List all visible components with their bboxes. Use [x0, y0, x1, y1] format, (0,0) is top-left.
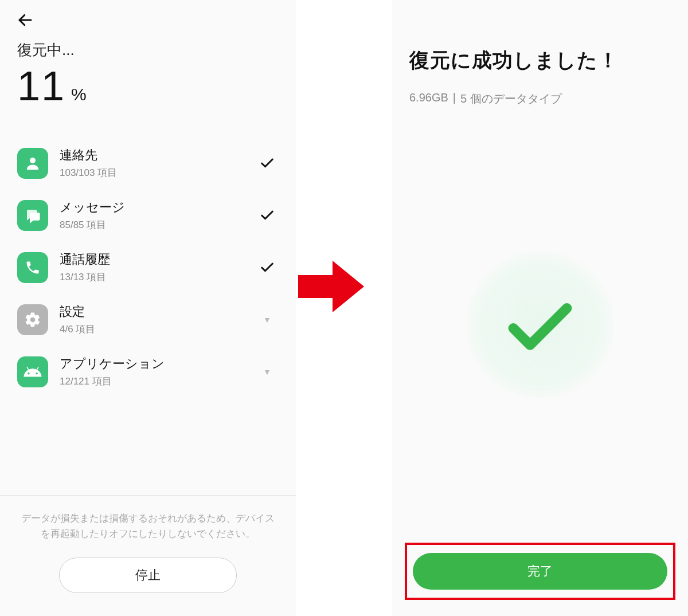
check-icon — [256, 207, 279, 223]
back-arrow-icon — [17, 11, 34, 29]
data-type-count: 5 個のデータタイプ — [460, 91, 562, 107]
svg-point-1 — [30, 158, 36, 163]
restore-item-list: 連絡先 103/103 項目 メッセージ 85/85 項目 — [0, 147, 296, 388]
item-subtitle: 13/13 項目 — [60, 270, 244, 284]
list-item-settings[interactable]: 設定 4/6 項目 ▼ — [17, 303, 279, 336]
check-icon — [256, 260, 279, 276]
item-title: 連絡先 — [60, 147, 244, 164]
item-subtitle: 12/121 項目 — [60, 375, 244, 388]
chevron-down-icon: ▼ — [256, 367, 279, 376]
item-title: 設定 — [60, 303, 244, 320]
restore-complete-screen: 復元に成功しました！ 6.96GB | 5 個のデータタイプ 完了 — [392, 0, 688, 616]
item-subtitle: 85/85 項目 — [60, 218, 244, 232]
list-item-contacts[interactable]: 連絡先 103/103 項目 — [17, 147, 279, 179]
chevron-down-icon: ▼ — [256, 315, 279, 324]
check-icon — [256, 155, 279, 171]
list-item-call-log[interactable]: 通話履歴 13/13 項目 — [17, 251, 279, 284]
item-subtitle: 4/6 項目 — [60, 323, 244, 336]
complete-bottom: 完了 — [392, 543, 688, 616]
settings-icon — [17, 304, 48, 335]
item-subtitle: 103/103 項目 — [60, 166, 244, 179]
restored-size: 6.96GB — [409, 91, 448, 107]
item-title: 通話履歴 — [60, 251, 244, 268]
messages-icon — [17, 200, 48, 231]
contacts-icon — [17, 148, 48, 179]
item-title: アプリケーション — [60, 355, 244, 372]
done-button-highlight: 完了 — [405, 543, 675, 600]
complete-subtitle: 6.96GB | 5 個のデータタイプ — [409, 91, 671, 107]
list-item-messages[interactable]: メッセージ 85/85 項目 — [17, 199, 279, 232]
warning-text: データが損失または損傷するおそれがあるため、デバイスを再起動したりオフにしたりし… — [14, 511, 282, 542]
list-item-applications[interactable]: アプリケーション 12/121 項目 ▼ — [17, 355, 279, 388]
top-bar — [0, 0, 296, 40]
android-icon — [17, 356, 48, 387]
back-button[interactable] — [14, 9, 37, 32]
percent-symbol: % — [71, 85, 87, 104]
divider — [0, 495, 296, 496]
phone-icon — [17, 252, 48, 283]
bottom-area: データが損失または損傷するおそれがあるため、デバイスを再起動したりオフにしたりし… — [0, 495, 296, 616]
progress-header: 復元中... 11 % — [0, 40, 296, 115]
transition-arrow-icon — [298, 261, 367, 312]
done-button[interactable]: 完了 — [413, 553, 667, 590]
success-check-icon — [466, 250, 615, 399]
success-graphic — [392, 107, 688, 543]
status-label: 復元中... — [17, 40, 279, 60]
restore-progress-screen: 復元中... 11 % 連絡先 103/103 項目 — [0, 0, 296, 616]
stop-button[interactable]: 停止 — [59, 558, 237, 593]
separator: | — [453, 91, 456, 107]
item-title: メッセージ — [60, 199, 244, 216]
percent-display: 11 % — [17, 62, 279, 109]
complete-title: 復元に成功しました！ — [409, 47, 671, 74]
percent-value: 11 — [17, 62, 65, 109]
complete-header: 復元に成功しました！ 6.96GB | 5 個のデータタイプ — [392, 0, 688, 107]
